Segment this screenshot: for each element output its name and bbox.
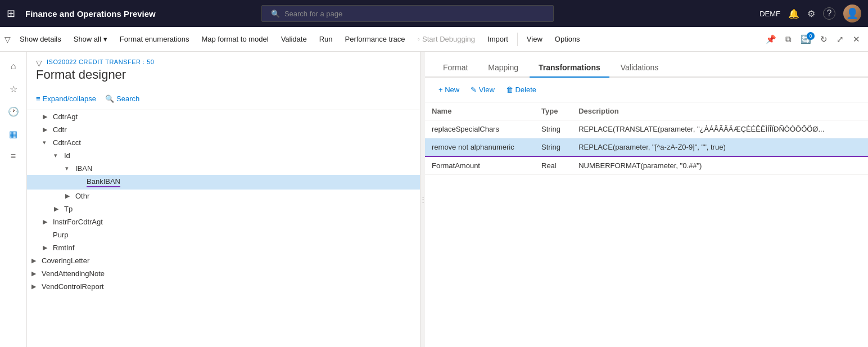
- options-button[interactable]: Options: [549, 31, 586, 47]
- tree-content: ▶CdtrAgt▶Cdtr▾CdtrAcct▾Id▾IBANBankIBAN▶O…: [27, 110, 420, 347]
- tree-item-label: Othr: [75, 192, 89, 200]
- toolbar-right-icons: 📌 ⧉ 🔄 0 ↻ ⤢ ✕: [762, 32, 864, 47]
- side-navigation: ⌂ ☆ 🕐 ▦ ≡: [0, 52, 27, 347]
- list-nav-icon[interactable]: ≡: [3, 146, 24, 166]
- cell-type: Real: [535, 156, 572, 175]
- col-type-header: Type: [535, 102, 572, 120]
- tree-item[interactable]: ▶Othr: [27, 190, 420, 202]
- collapse-arrow-icon: ▶: [43, 244, 52, 251]
- top-nav-right: DEMF 🔔 ⚙ ? 👤: [760, 4, 861, 22]
- tree-item[interactable]: ▶VendControlReport: [27, 280, 420, 293]
- tree-item[interactable]: ▶CoveringLetter: [27, 254, 420, 267]
- start-debugging-button[interactable]: ◦ Start Debugging: [412, 31, 481, 47]
- cell-description: REPLACE(TRANSLATE(parameter, "¿ÀÁÂÃÄÄÆÇÈ…: [572, 120, 868, 138]
- home-nav-icon[interactable]: ⌂: [3, 56, 24, 76]
- global-search-bar[interactable]: 🔍 Search for a page: [261, 5, 554, 22]
- table-header-row: Name Type Description: [425, 102, 868, 120]
- tree-item[interactable]: ▶Cdtr: [27, 123, 420, 136]
- tree-item[interactable]: BankIBAN: [27, 175, 420, 190]
- collapse-arrow-icon: ▶: [31, 283, 40, 290]
- tree-item[interactable]: ▾IBAN: [27, 162, 420, 175]
- view-action-button[interactable]: ✎ View: [466, 83, 499, 96]
- tab-format[interactable]: Format: [434, 58, 477, 78]
- tree-item-label: BankIBAN: [87, 177, 120, 187]
- expand-icon: ≡: [36, 94, 40, 103]
- close-icon[interactable]: ✕: [849, 32, 864, 47]
- search-placeholder: Search for a page: [284, 10, 342, 18]
- tree-search-button[interactable]: 🔍 Search: [105, 92, 139, 105]
- pin-icon[interactable]: 📌: [762, 32, 780, 47]
- collapse-arrow-icon: ▶: [65, 192, 74, 200]
- recent-nav-icon[interactable]: 🕐: [3, 101, 24, 121]
- show-details-button[interactable]: Show details: [14, 31, 67, 47]
- waffle-icon[interactable]: ⊞: [7, 7, 15, 20]
- tab-mapping[interactable]: Mapping: [479, 58, 527, 78]
- expand-arrow-icon: ▾: [43, 139, 52, 146]
- tree-item[interactable]: ▶CdtrAgt: [27, 110, 420, 123]
- top-navigation: ⊞ Finance and Operations Preview 🔍 Searc…: [0, 0, 868, 27]
- tree-item-label: CdtrAgt: [53, 112, 78, 121]
- table-row[interactable]: FormatAmountRealNUMBERFORMAT(parameter, …: [425, 156, 868, 175]
- run-button[interactable]: Run: [314, 31, 338, 47]
- refresh-badge-icon[interactable]: 🔄 0: [797, 32, 815, 47]
- app-title: Finance and Operations Preview: [25, 9, 156, 19]
- vertical-resizer[interactable]: ⋮: [421, 52, 425, 347]
- bell-icon[interactable]: 🔔: [788, 8, 799, 19]
- expand-collapse-button[interactable]: ≡ Expand/collapse: [36, 92, 96, 105]
- tab-validations[interactable]: Validations: [612, 58, 667, 78]
- new-button[interactable]: + New: [434, 83, 464, 96]
- search-icon: 🔍: [271, 10, 280, 18]
- favorites-nav-icon[interactable]: ☆: [3, 79, 24, 99]
- left-panel: ▽ ISO20022 CREDIT TRANSFER : 50 Format d…: [27, 52, 421, 347]
- filter-panel-icon[interactable]: ▽: [36, 58, 42, 67]
- collapse-arrow-icon: ▶: [43, 218, 52, 226]
- cell-type: String: [535, 120, 572, 138]
- show-all-button[interactable]: Show all ▾: [68, 31, 113, 47]
- col-description-header: Description: [572, 102, 868, 120]
- table-row[interactable]: remove not alphanumericStringREPLACE(par…: [425, 138, 868, 157]
- workspaces-nav-icon[interactable]: ▦: [3, 124, 24, 144]
- help-icon[interactable]: ?: [823, 7, 835, 20]
- dropdown-arrow-icon: ▾: [103, 35, 107, 43]
- cell-name: replaceSpecialChars: [425, 120, 535, 138]
- performance-trace-button[interactable]: Performance trace: [340, 31, 411, 47]
- tree-item-label: Tp: [64, 205, 73, 213]
- search-tree-icon: 🔍: [105, 94, 114, 103]
- sync-icon[interactable]: ↻: [817, 32, 831, 47]
- page-title: Format designer: [36, 67, 411, 82]
- cell-name: remove not alphanumeric: [425, 138, 535, 157]
- gear-icon[interactable]: ⚙: [807, 8, 815, 19]
- side-by-side-icon[interactable]: ⧉: [782, 32, 795, 47]
- table-row[interactable]: replaceSpecialCharsStringREPLACE(TRANSLA…: [425, 120, 868, 138]
- toolbar-separator: [517, 33, 518, 46]
- filter-icon[interactable]: ▽: [4, 35, 11, 44]
- format-enumerations-button[interactable]: Format enumerations: [114, 31, 195, 47]
- tree-item[interactable]: ▶InstrForCdtrAgt: [27, 215, 420, 228]
- content-area: ▽ ISO20022 CREDIT TRANSFER : 50 Format d…: [27, 52, 868, 347]
- collapse-arrow-icon: ▶: [43, 126, 52, 133]
- cell-description: NUMBERFORMAT(parameter, "0.##"): [572, 156, 868, 175]
- tree-item-label: VendAttendingNote: [42, 269, 105, 278]
- tab-actions: + New ✎ View 🗑 Delete: [425, 78, 868, 102]
- right-panel: FormatMappingTransformationsValidations …: [425, 52, 868, 347]
- tree-item[interactable]: ▶Tp: [27, 202, 420, 215]
- avatar[interactable]: 👤: [843, 4, 861, 22]
- map-format-button[interactable]: Map format to model: [196, 31, 274, 47]
- tree-item[interactable]: ▾Id: [27, 149, 420, 162]
- validate-button[interactable]: Validate: [275, 31, 313, 47]
- tree-item-label: CoveringLetter: [42, 256, 89, 265]
- tree-item[interactable]: ▶VendAttendingNote: [27, 267, 420, 280]
- view-button[interactable]: View: [521, 31, 548, 47]
- user-name: DEMF: [760, 10, 780, 18]
- expand-icon[interactable]: ⤢: [833, 32, 847, 47]
- cell-name: FormatAmount: [425, 156, 535, 175]
- tree-item[interactable]: Purp: [27, 228, 420, 241]
- import-button[interactable]: Import: [482, 31, 514, 47]
- delete-button[interactable]: 🗑 Delete: [501, 83, 541, 96]
- col-name-header: Name: [425, 102, 535, 120]
- tree-item-label: CdtrAcct: [53, 138, 81, 147]
- tree-item-label: Id: [64, 151, 70, 160]
- tree-item[interactable]: ▶RmtInf: [27, 241, 420, 254]
- tab-transformations[interactable]: Transformations: [530, 58, 609, 78]
- tree-item[interactable]: ▾CdtrAcct: [27, 136, 420, 149]
